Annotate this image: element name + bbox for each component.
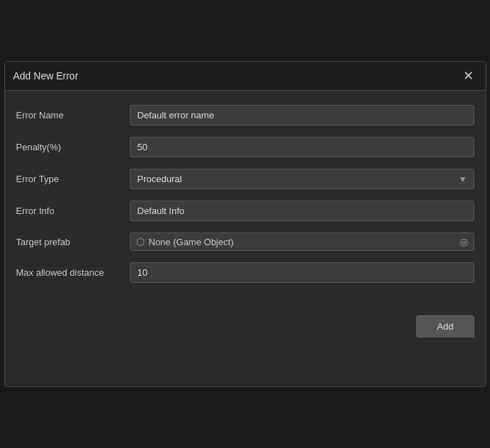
error-info-input[interactable]: [130, 201, 474, 221]
max-distance-input[interactable]: [130, 262, 474, 283]
target-icon[interactable]: ◎: [460, 236, 468, 247]
add-button[interactable]: Add: [416, 315, 474, 337]
error-type-row: Error Type Procedural Spatial Temporal ▼: [16, 169, 474, 189]
dialog-body: Error Name Penalty(%) Error Type Procedu…: [5, 91, 486, 308]
error-info-row: Error Info: [16, 201, 474, 221]
target-prefab-row: Target prefab ⬡ None (Game Object) ◎: [16, 233, 474, 251]
penalty-row: Penalty(%): [16, 137, 474, 157]
close-button[interactable]: ✕: [460, 67, 477, 84]
max-distance-row: Max allowed distance: [16, 262, 474, 283]
target-prefab-input-wrapper[interactable]: ⬡ None (Game Object) ◎: [130, 233, 474, 251]
dialog-title: Add New Error: [13, 70, 79, 82]
target-prefab-value: None (Game Object): [149, 237, 460, 247]
max-distance-label: Max allowed distance: [16, 267, 130, 278]
penalty-label: Penalty(%): [16, 142, 130, 152]
dialog-footer: Add: [5, 308, 486, 352]
error-type-select[interactable]: Procedural Spatial Temporal: [130, 169, 474, 189]
error-name-label: Error Name: [16, 110, 130, 121]
penalty-input[interactable]: [130, 137, 474, 157]
error-name-input[interactable]: [130, 105, 474, 125]
dialog-header: Add New Error ✕: [5, 62, 486, 91]
error-type-select-wrapper: Procedural Spatial Temporal ▼: [130, 169, 474, 189]
error-name-row: Error Name: [16, 105, 474, 125]
error-info-label: Error Info: [16, 206, 130, 216]
game-object-icon: ⬡: [136, 236, 145, 247]
add-new-error-dialog: Add New Error ✕ Error Name Penalty(%) Er…: [4, 61, 486, 387]
error-type-label: Error Type: [16, 174, 130, 184]
target-prefab-label: Target prefab: [16, 237, 130, 247]
